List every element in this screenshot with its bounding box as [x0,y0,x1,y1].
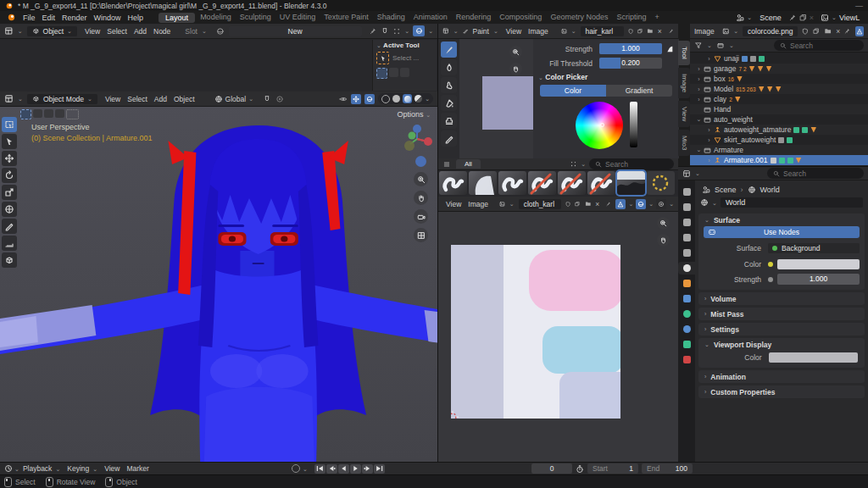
pin-icon[interactable] [789,14,797,21]
properties-tab-tool[interactable] [678,186,695,198]
menu-image[interactable]: Image [465,200,492,208]
gizmos-icon[interactable] [351,94,361,104]
menu-add[interactable]: Add [151,95,170,103]
menu-keying[interactable]: Keying [64,464,92,473]
status-badge-icon[interactable] [810,127,816,133]
expand-icon[interactable]: › [695,97,703,103]
status-badge-icon[interactable] [758,66,764,72]
value-slider[interactable] [630,102,637,147]
pin-icon[interactable] [669,27,674,35]
menu-node[interactable]: Node [150,27,174,36]
texture-thumbnail[interactable] [647,171,675,195]
outliner-item-label[interactable]: garage [714,64,736,73]
menu-select[interactable]: Select [103,27,131,36]
outliner-item-label[interactable]: Armature.001 [724,156,768,164]
outliner-item-label[interactable]: Armature [714,146,743,154]
select-invert-icon[interactable] [55,109,64,118]
sidebar-tab-image[interactable]: Image [678,68,690,98]
status-badge-icon[interactable] [802,127,808,133]
viewlayer-selector[interactable]: ⌄ ViewL [821,14,865,22]
outliner-item-box[interactable]: ›box16 [690,74,868,84]
zoom-icon[interactable] [509,46,522,58]
editor-type-icon[interactable] [442,26,449,36]
properties-tab-output[interactable] [678,216,695,229]
overlays-icon[interactable] [364,94,375,104]
sidebar-tab-view[interactable]: View [678,101,690,127]
properties-tab-scene[interactable] [678,247,695,259]
breadcrumb-scene[interactable]: Scene [715,186,737,194]
select-extend-icon[interactable] [33,109,42,118]
menu-render[interactable]: Render [58,14,91,22]
status-badge-icon[interactable] [759,86,765,92]
unlink-icon[interactable]: × [658,27,662,36]
select-set-icon[interactable] [20,109,31,119]
clone-tool[interactable] [441,113,457,129]
texture-thumbnail[interactable] [587,171,615,195]
workspace-tab-animation[interactable]: Animation [410,13,451,23]
gradient-tab[interactable]: Gradient [606,85,672,97]
panel-header[interactable]: ›Volume [698,292,865,305]
workspace-tab-compositing[interactable]: Compositing [496,13,545,23]
zoom-floater[interactable] [509,46,522,63]
transform-tool[interactable] [2,202,17,217]
image-name-field[interactable]: hair_karl [581,26,624,36]
status-badge-icon[interactable] [759,56,765,62]
collection-icon[interactable] [716,42,725,49]
expand-icon[interactable]: › [705,137,713,143]
menu-image[interactable]: Image [525,27,552,36]
outliner-item-auto-weight[interactable]: ⌄auto_weight [690,114,868,125]
status-badge-icon[interactable] [735,97,741,103]
expand-icon[interactable]: › [695,86,703,92]
browser-search[interactable]: Search [589,158,674,169]
properties-tab-physics[interactable] [678,323,695,336]
outliner-item-armature[interactable]: ⌄Armature [690,145,868,155]
next-keyframe-button[interactable] [362,464,373,474]
outliner-item-label[interactable]: auto_weight [714,115,753,124]
pin-icon[interactable] [606,200,611,208]
add-cube-tool[interactable] [2,252,17,268]
workspace-tab-shading[interactable]: Shading [374,13,409,23]
sidebar-tab-tool[interactable]: Tool [678,41,690,65]
smear-tool[interactable] [441,77,457,93]
scale-tool[interactable] [2,185,17,200]
zoom-icon[interactable] [414,172,428,186]
folder-icon[interactable] [585,200,592,208]
texture-thumbnail[interactable] [439,171,467,195]
status-badge-icon[interactable] [787,158,793,164]
properties-tab-texture[interactable] [678,353,695,366]
panel-header[interactable]: ›Settings [698,323,865,336]
properties-editor-icon[interactable] [682,169,691,178]
scene-selector[interactable]: ⌄ Scene × [736,14,814,22]
expand-icon[interactable]: › [705,56,713,62]
stopwatch-icon[interactable] [576,464,584,474]
world-strength-field[interactable]: 1.000 [777,274,860,285]
orbit-ball-icon[interactable] [415,156,426,167]
outliner-search[interactable]: Search [774,40,864,51]
menu-view[interactable]: View [503,27,525,36]
select-box-tool[interactable] [2,117,17,132]
camera-icon[interactable] [414,209,428,224]
folder-icon[interactable] [824,27,832,35]
menu-edit[interactable]: Edit [39,14,59,22]
expand-icon[interactable]: ⌄ [695,147,703,153]
copy-icon[interactable] [575,200,580,208]
annotate-tool[interactable] [2,219,17,234]
image-name-field[interactable]: colorcode.png [743,26,798,36]
pan-floater[interactable] [509,63,522,80]
fill-threshold-slider[interactable]: 0.200 [599,58,662,69]
status-badge-icon[interactable] [767,86,773,92]
select-subtract-icon[interactable] [44,109,53,118]
shading-material-icon[interactable] [403,94,412,103]
select-mode-extend[interactable] [389,68,398,77]
app-menu-icon[interactable] [7,13,16,22]
proportional-edit-icon[interactable] [275,95,284,103]
texture-thumbnail[interactable] [617,171,645,195]
shading-wireframe-icon[interactable] [381,95,390,103]
fake-user-shield-icon[interactable] [628,27,633,36]
properties-tab-modifiers[interactable] [678,292,695,305]
outliner-item-label[interactable]: unaji [724,54,739,63]
brush-tool[interactable] [441,42,457,58]
outliner-item-armature-001[interactable]: ›Armature.001 [690,155,868,165]
visibility-icon[interactable] [339,95,348,103]
prev-keyframe-button[interactable] [326,464,337,474]
